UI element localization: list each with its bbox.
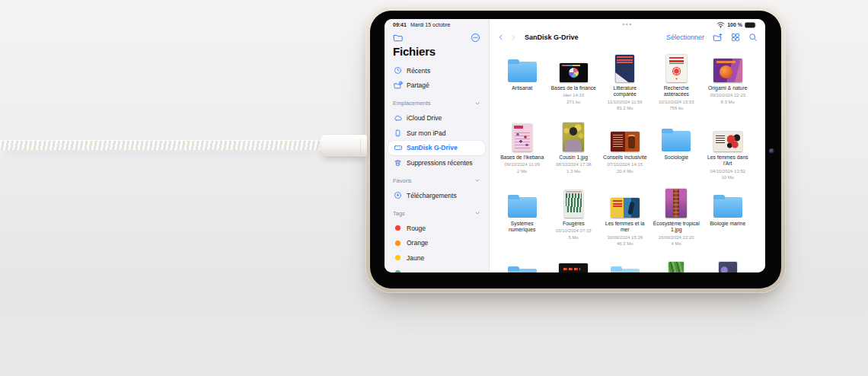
- file-name: Les femmes dans l'Art: [704, 155, 752, 167]
- file-thumbnail: [713, 132, 742, 151]
- file-thumbnail: [719, 262, 737, 272]
- grid-item-biologie-marine[interactable]: Biologie marine: [702, 189, 754, 260]
- ipad-device: 09:41 Mardi 15 octobre 100 % Fichiers Ré…: [365, 6, 786, 293]
- sidebar-item-label: Partagé: [407, 81, 429, 89]
- download-icon: [393, 191, 403, 199]
- file-name: Conseils inclusivité: [603, 155, 646, 161]
- sidebar-item-sandisk-g-drive[interactable]: SanDisk G-Drive: [388, 141, 485, 156]
- grid-item-les-femmes-et-la-mer[interactable]: Les femmes et la mer30/09/2024 15:2646,3…: [599, 189, 651, 260]
- file-name: Bases de la finance: [551, 85, 596, 91]
- trash-icon: [393, 158, 403, 167]
- file-name: Systèmes numériques: [499, 221, 546, 234]
- sidebar-item-label: Rouge: [407, 225, 426, 232]
- file-name: Écosystème tropical 1.jpg: [653, 221, 700, 234]
- section-label: Emplacements: [393, 100, 431, 107]
- file-thumbnail: [615, 55, 634, 82]
- file-thumbnail: [560, 63, 588, 82]
- file-name: Sociologie: [665, 155, 688, 161]
- sidebar-item-suppressions-r-centes[interactable]: Suppressions récentes: [388, 155, 485, 170]
- grid-item-partial[interactable]: [496, 260, 548, 272]
- select-button[interactable]: Sélectionner: [666, 33, 704, 41]
- file-meta: 03/10/2024 07:155 Mo: [556, 228, 592, 240]
- file-thumbnail: [713, 59, 742, 82]
- files-sidebar: Fichiers RécentsPartagéEmplacementsiClou…: [385, 19, 490, 272]
- sidebar-item-label: Téléchargements: [407, 192, 457, 199]
- ipad-screen: 09:41 Mardi 15 octobre 100 % Fichiers Ré…: [385, 19, 765, 272]
- sidebar-item-orange[interactable]: Orange: [388, 236, 485, 251]
- tag-dot-wrap: [393, 255, 403, 260]
- chevron-down-icon: [474, 100, 480, 107]
- back-button[interactable]: [497, 33, 505, 42]
- grid-item-recherche-ast-rac-es[interactable]: Recherche astéracées10/10/2024 15:53756 …: [651, 53, 703, 123]
- sidebar-item-partial-tag[interactable]: [388, 266, 485, 273]
- grid-item-origami-nature[interactable]: Origami & nature09/10/2024 22:238,3 Mo: [702, 53, 754, 123]
- grid-item-partial[interactable]: [599, 260, 651, 272]
- grid-item-bases-de-la-finance[interactable]: Bases de la financeHier 14:10271 ko: [548, 53, 600, 123]
- file-name: Bases de l'ikebana: [500, 155, 544, 161]
- grid-item-cousin-1-jpg[interactable]: Cousin 1.jpg08/10/2024 17:381,3 Mo: [548, 123, 600, 189]
- file-meta: 04/10/2024 13:5210 Mo: [710, 168, 745, 180]
- sidebar-section-emplacements[interactable]: Emplacements: [385, 96, 489, 111]
- file-meta: 09/10/2024 22:238,3 Mo: [710, 92, 745, 104]
- clock-icon: [393, 66, 403, 75]
- file-thumbnail: [611, 132, 640, 151]
- file-name: Origami & nature: [708, 85, 747, 91]
- file-thumbnail: [611, 198, 640, 218]
- tag-dot: [395, 270, 400, 272]
- grid-item-sociologie[interactable]: Sociologie: [651, 123, 703, 189]
- grid-item-syst-mes-num-riques[interactable]: Systèmes numériques: [496, 189, 548, 260]
- file-thumbnail: [665, 189, 687, 218]
- file-name: Littérature comparée: [602, 85, 649, 98]
- sidebar-item-label: Jaune: [407, 254, 424, 262]
- file-grid: ArtisanatBases de la financeHier 14:1027…: [496, 53, 765, 272]
- file-thumbnail: [559, 263, 588, 272]
- file-meta: Hier 14:10271 ko: [563, 92, 584, 104]
- grid-item-partial[interactable]: [651, 260, 703, 272]
- grid-view-icon[interactable]: [731, 33, 740, 42]
- sidebar-item-label: Sur mon iPad: [407, 129, 446, 137]
- cloud-icon: [393, 113, 403, 123]
- search-icon[interactable]: [748, 33, 758, 42]
- sidebar-item-rouge[interactable]: Rouge: [388, 221, 485, 236]
- sidebar-item-icloud-drive[interactable]: iCloud Drive: [388, 111, 485, 126]
- sidebar-section-tags[interactable]: Tags: [385, 206, 489, 221]
- forward-button[interactable]: [509, 33, 517, 42]
- grid-item-litt-rature-compar-e[interactable]: Littérature comparée11/10/2024 11:5683,2…: [599, 53, 651, 123]
- grid-item-foug-res[interactable]: Fougères03/10/2024 07:155 Mo: [548, 189, 600, 260]
- file-thumbnail: [666, 55, 687, 82]
- sidebar-item-jaune[interactable]: Jaune: [388, 250, 485, 266]
- files-content-pane: ••• SanDisk G-Drive Sélectionner Artisan…: [490, 19, 765, 272]
- sidebar-item-t-l-chargements[interactable]: Téléchargements: [388, 188, 485, 203]
- new-folder-icon[interactable]: [713, 33, 723, 43]
- grid-item-partial[interactable]: [548, 260, 600, 272]
- ipad-icon: [393, 129, 403, 138]
- file-name: Fougères: [563, 221, 585, 227]
- grid-item-artisanat[interactable]: Artisanat: [496, 53, 548, 123]
- file-name: Recherche astéracées: [653, 85, 700, 98]
- sidebar-item-sur-mon-ipad[interactable]: Sur mon iPad: [388, 126, 485, 141]
- sidebar-item-partag-[interactable]: Partagé: [388, 78, 485, 94]
- sidebar-item-label: Récents: [407, 67, 430, 75]
- folder-icon: [611, 269, 640, 272]
- location-title: SanDisk G-Drive: [525, 33, 579, 41]
- section-label: Favoris: [393, 177, 412, 184]
- sidebar-item-r-cents[interactable]: Récents: [388, 63, 485, 78]
- sidebar-section-favoris[interactable]: Favoris: [385, 174, 489, 189]
- grid-item-les-femmes-dans-l-art[interactable]: Les femmes dans l'Art04/10/2024 13:5210 …: [702, 123, 754, 189]
- tag-dot-wrap: [393, 225, 403, 231]
- sidebar-item-label: Suppressions récentes: [407, 159, 472, 167]
- grid-item-partial[interactable]: [702, 260, 754, 272]
- file-thumbnail: [564, 190, 583, 218]
- multitasking-indicator[interactable]: •••: [490, 21, 765, 27]
- folder-icon[interactable]: [393, 33, 403, 43]
- file-name: Biologie marine: [710, 221, 745, 227]
- grid-row: Bases de l'ikebana09/10/2024 11:092 MoCo…: [496, 123, 765, 189]
- file-meta: 09/10/2024 11:092 Mo: [505, 161, 540, 174]
- ellipsis-circle-icon[interactable]: [471, 33, 480, 43]
- grid-item-bases-de-l-ikebana[interactable]: Bases de l'ikebana09/10/2024 11:092 Mo: [496, 123, 548, 189]
- file-meta: 26/09/2024 22:204 Mo: [659, 234, 694, 247]
- grid-item-conseils-inclusivit-[interactable]: Conseils inclusivité07/10/2024 14:1520,4…: [599, 123, 651, 189]
- grid-item--cosyst-me-tropical-1-jpg[interactable]: Écosystème tropical 1.jpg26/09/2024 22:2…: [651, 189, 703, 260]
- section-label: Tags: [393, 210, 405, 217]
- shared-folder-icon: [393, 81, 403, 90]
